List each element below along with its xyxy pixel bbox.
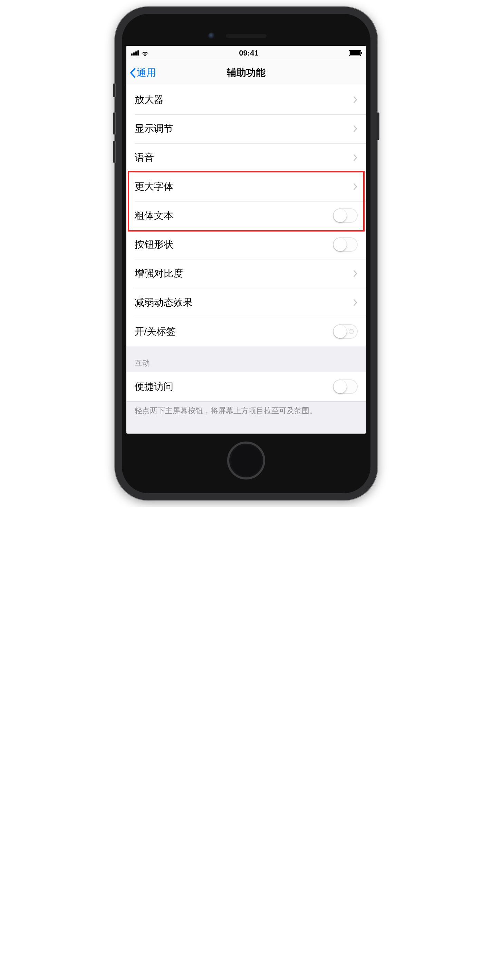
bold-text-toggle[interactable] xyxy=(333,208,358,223)
row-label: 按钮形状 xyxy=(135,238,333,251)
settings-group-interaction: 便捷访问 xyxy=(126,372,366,401)
status-right xyxy=(349,50,361,56)
home-button[interactable] xyxy=(227,442,265,479)
phone-frame: 09:41 通用 辅助功能 放大器 xyxy=(115,7,377,500)
navigation-bar: 通用 辅助功能 xyxy=(126,60,366,85)
chevron-right-icon xyxy=(353,96,358,103)
volume-up-button xyxy=(113,113,116,135)
row-speech[interactable]: 语音 xyxy=(126,143,366,172)
button-shapes-toggle[interactable] xyxy=(333,237,358,252)
row-label: 语音 xyxy=(135,151,353,164)
earpiece-speaker xyxy=(226,34,267,38)
chevron-right-icon xyxy=(353,299,358,306)
mute-switch xyxy=(113,83,116,97)
volume-down-button xyxy=(113,141,116,163)
row-button-shapes[interactable]: 按钮形状 xyxy=(126,230,366,259)
chevron-left-icon xyxy=(129,68,136,78)
row-reduce-motion[interactable]: 减弱动态效果 xyxy=(126,288,366,317)
row-label: 更大字体 xyxy=(135,180,353,193)
chevron-right-icon xyxy=(353,183,358,191)
row-label: 放大器 xyxy=(135,93,353,106)
chevron-right-icon xyxy=(353,125,358,132)
row-reachability[interactable]: 便捷访问 xyxy=(126,372,366,401)
chevron-right-icon xyxy=(353,154,358,161)
settings-list: 放大器 显示调节 语音 xyxy=(126,85,366,423)
status-left xyxy=(131,50,149,56)
row-label: 显示调节 xyxy=(135,122,353,135)
row-on-off-labels[interactable]: 开/关标签 xyxy=(126,317,366,346)
row-display-accommodations[interactable]: 显示调节 xyxy=(126,114,366,143)
row-label: 粗体文本 xyxy=(135,209,333,222)
wifi-icon xyxy=(141,50,149,56)
row-increase-contrast[interactable]: 增强对比度 xyxy=(126,259,366,288)
page-title: 辅助功能 xyxy=(227,66,265,80)
status-time: 09:41 xyxy=(239,49,258,57)
row-bold-text[interactable]: 粗体文本 xyxy=(126,201,366,230)
row-larger-text[interactable]: 更大字体 xyxy=(126,172,366,201)
section-header-interaction: 互动 xyxy=(126,346,366,372)
row-label: 减弱动态效果 xyxy=(135,296,353,309)
status-bar: 09:41 xyxy=(126,46,366,60)
on-off-labels-toggle[interactable] xyxy=(333,324,358,339)
battery-icon xyxy=(349,50,361,56)
cellular-signal-icon xyxy=(131,50,139,56)
row-label: 便捷访问 xyxy=(135,380,333,393)
power-button xyxy=(377,113,379,140)
section-footer-reachability: 轻点两下主屏幕按钮，将屏幕上方项目拉至可及范围。 xyxy=(126,401,366,423)
back-label: 通用 xyxy=(137,66,156,80)
chevron-right-icon xyxy=(353,270,358,277)
reachability-toggle[interactable] xyxy=(333,379,358,394)
row-label: 开/关标签 xyxy=(135,325,333,338)
settings-group-vision: 放大器 显示调节 语音 xyxy=(126,85,366,346)
back-button[interactable]: 通用 xyxy=(129,60,156,85)
row-magnifier[interactable]: 放大器 xyxy=(126,85,366,114)
phone-bezel: 09:41 通用 辅助功能 放大器 xyxy=(122,14,371,493)
front-camera xyxy=(208,32,215,39)
screen: 09:41 通用 辅助功能 放大器 xyxy=(126,46,366,434)
row-label: 增强对比度 xyxy=(135,267,353,280)
